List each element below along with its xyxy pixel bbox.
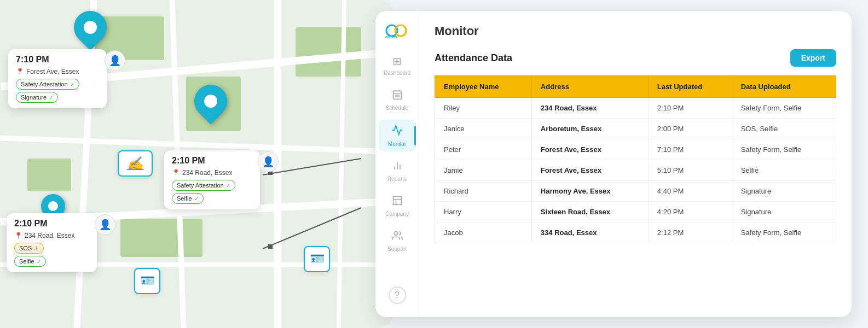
cell-name: Harry — [435, 202, 532, 222]
table-row[interactable]: Riley 234 Road, Essex 2:10 PM Safety For… — [435, 98, 836, 119]
avatar: 👤 — [95, 214, 115, 235]
cell-data-uploaded: Selfie — [732, 160, 836, 181]
cell-last-updated: 2:10 PM — [648, 98, 732, 119]
section-title: Attendance Data — [435, 52, 512, 64]
svg-rect-3 — [268, 244, 273, 249]
sidebar: allGeo ⊞ Dashboard — [375, 11, 419, 317]
card-location: 📍 Forest Ave, Essex — [16, 68, 99, 75]
cell-data-uploaded: Signature — [732, 202, 836, 222]
info-card-2: 2:10 PM 📍 234 Road, Essex Safety Attesta… — [164, 150, 260, 209]
table-body: Riley 234 Road, Essex 2:10 PM Safety For… — [435, 98, 836, 243]
cell-name: Peter — [435, 139, 532, 160]
card-tags: SOS ⚠ Selfie ✓ — [14, 243, 89, 267]
map-pin[interactable] — [194, 85, 227, 118]
sidebar-label-monitor: Monitor — [388, 141, 406, 147]
support-icon — [392, 230, 403, 244]
cell-data-uploaded: Safety Form, Selfie — [732, 222, 836, 243]
monitor-icon — [391, 124, 403, 139]
header-row: Employee Name Address Last Updated Data … — [435, 76, 836, 98]
cell-name: Riley — [435, 98, 532, 119]
cell-data-uploaded: Signature — [732, 181, 836, 202]
card-time: 2:10 PM — [172, 156, 252, 166]
sidebar-item-dashboard[interactable]: ⊞ Dashboard — [379, 50, 416, 80]
cell-address: 334 Road, Essex — [531, 222, 648, 243]
location-icon: 📍 — [14, 232, 22, 239]
map-green-area — [120, 219, 202, 257]
cell-last-updated: 2:12 PM — [648, 222, 732, 243]
avatar: 👤 — [105, 50, 125, 71]
export-button[interactable]: Export — [790, 49, 836, 67]
table-row[interactable]: Peter Forest Ave, Essex 7:10 PM Safety F… — [435, 139, 836, 160]
sidebar-item-company[interactable]: Company — [379, 191, 416, 221]
schedule-icon — [392, 89, 403, 103]
table-row[interactable]: Janice Arboretum, Essex 2:00 PM SOS, Sel… — [435, 119, 836, 139]
cell-address: Forest Ave, Essex — [531, 160, 648, 181]
card-location: 📍 234 Road, Essex — [172, 169, 252, 177]
cell-address: Forest Ave, Essex — [531, 139, 648, 160]
table-header: Employee Name Address Last Updated Data … — [435, 76, 836, 98]
location-icon: 📍 — [16, 68, 24, 75]
map-section: 7:10 PM 📍 Forest Ave, Essex Safety Attes… — [0, 0, 394, 328]
main-content: Monitor Attendance Data Export Employee … — [419, 11, 852, 317]
sidebar-item-monitor[interactable]: Monitor — [379, 120, 416, 151]
dashboard-icon: ⊞ — [392, 55, 402, 68]
info-card-1: 7:10 PM 📍 Forest Ave, Essex Safety Attes… — [8, 49, 107, 108]
card-tags: Safety Attestation ✓ Signature ✓ — [16, 79, 99, 103]
tag-signature: Signature ✓ — [16, 92, 58, 103]
location-icon: 📍 — [172, 169, 180, 177]
sidebar-item-reports[interactable]: Reports — [379, 156, 416, 186]
cell-last-updated: 4:40 PM — [648, 181, 732, 202]
card-tags: Safety Attestation ✓ Selfie ✓ — [172, 180, 252, 204]
map-background: 7:10 PM 📍 Forest Ave, Essex Safety Attes… — [0, 0, 394, 328]
table-row[interactable]: Richard Harmony Ave, Essex 4:40 PM Signa… — [435, 181, 836, 202]
card-time: 2:10 PM — [14, 219, 89, 229]
cell-name: Jacob — [435, 222, 532, 243]
cell-name: Jamie — [435, 160, 532, 181]
avatar: 👤 — [258, 151, 279, 172]
card-location: 📍 234 Road, Essex — [14, 232, 89, 239]
map-green-area — [27, 159, 71, 191]
map-pin[interactable] — [74, 11, 107, 44]
sidebar-label-dashboard: Dashboard — [384, 70, 410, 76]
table-row[interactable]: Jacob 334 Road, Essex 2:12 PM Safety For… — [435, 222, 836, 243]
info-card-3: 2:10 PM 📍 234 Road, Essex SOS ⚠ Selfie ✓… — [7, 213, 97, 272]
sidebar-label-schedule: Schedule — [386, 105, 409, 111]
tag-safety-attestation: Safety Attestation ✓ — [172, 180, 235, 191]
app-panel: allGeo ⊞ Dashboard — [375, 11, 852, 317]
sidebar-label-reports: Reports — [387, 176, 407, 182]
pin-circle — [188, 78, 234, 125]
cell-address: Sixteen Road, Essex — [531, 202, 648, 222]
table-row[interactable]: Jamie Forest Ave, Essex 5:10 PM Selfie — [435, 160, 836, 181]
help-button[interactable]: ? — [389, 286, 406, 304]
sidebar-item-schedule[interactable]: Schedule — [379, 85, 416, 115]
sidebar-label-company: Company — [385, 211, 409, 217]
cell-name: Janice — [435, 119, 532, 139]
cell-last-updated: 2:00 PM — [648, 119, 732, 139]
col-data-uploaded: Data Uploaded — [732, 76, 836, 98]
allgeo-logo: allGeo — [385, 22, 409, 39]
cell-last-updated: 4:20 PM — [648, 202, 732, 222]
cell-address: Arboretum, Essex — [531, 119, 648, 139]
company-icon — [392, 195, 403, 209]
tag-safety-attestation: Safety Attestation ✓ — [16, 79, 79, 90]
active-indicator — [414, 126, 416, 145]
reports-icon — [392, 160, 403, 174]
card-time: 7:10 PM — [16, 55, 99, 65]
cell-data-uploaded: SOS, Selfie — [732, 119, 836, 139]
cell-address: Harmony Ave, Essex — [531, 181, 648, 202]
cell-name: Richard — [435, 181, 532, 202]
sidebar-item-support[interactable]: Support — [379, 226, 416, 256]
pin-circle — [67, 4, 114, 51]
cell-data-uploaded: Safety Form, Selfie — [732, 98, 836, 119]
svg-text:allGeo: allGeo — [385, 35, 397, 39]
attendance-table: Employee Name Address Last Updated Data … — [435, 75, 836, 243]
contact-icon-box: 🪪 — [134, 268, 160, 294]
col-address: Address — [531, 76, 648, 98]
page-title: Monitor — [435, 24, 836, 38]
contact-icon-box-2: 🪪 — [304, 246, 330, 272]
table-row[interactable]: Harry Sixteen Road, Essex 4:20 PM Signat… — [435, 202, 836, 222]
signature-box: ✍ — [118, 150, 153, 177]
tag-selfie: Selfie ✓ — [14, 256, 46, 267]
cell-last-updated: 5:10 PM — [648, 160, 732, 181]
tag-sos: SOS ⚠ — [14, 243, 44, 254]
